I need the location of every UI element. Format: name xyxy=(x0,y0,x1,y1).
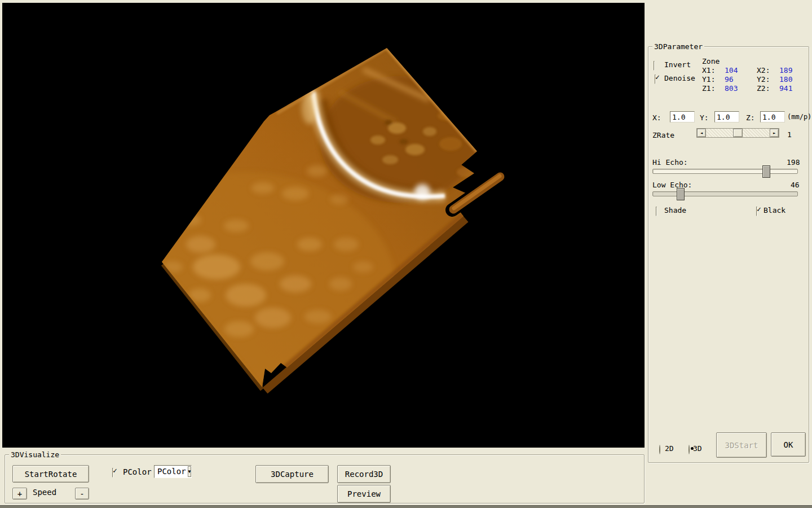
zone-x1-label: X1: xyxy=(702,66,715,75)
denoise-label: Denoise xyxy=(664,75,695,82)
hi-echo-slider-thumb[interactable] xyxy=(762,165,770,178)
scale-z-input[interactable] xyxy=(760,111,785,122)
zone-x2-label: X2: xyxy=(757,66,770,75)
hi-echo-value: 198 xyxy=(787,158,800,167)
scale-x-input[interactable] xyxy=(670,111,695,122)
zrate-scroll-left-button[interactable]: ◄ xyxy=(697,129,706,137)
low-echo-label: Low Echo: xyxy=(652,181,692,189)
black-label: Black xyxy=(764,207,785,214)
zone-y2-value: 180 xyxy=(779,75,792,84)
zone-z1-value: 803 xyxy=(725,84,738,93)
pcolor-dropdown-button[interactable]: ▼ xyxy=(188,466,192,477)
scale-y-label: Y: xyxy=(700,113,709,122)
render-viewport[interactable] xyxy=(2,3,645,448)
mode-2d-radio[interactable] xyxy=(659,445,660,454)
chevron-down-icon: ▼ xyxy=(188,469,191,474)
record3d-button[interactable]: Record3D xyxy=(337,465,391,483)
scale-y-input[interactable] xyxy=(714,111,739,122)
zone-x2-value: 189 xyxy=(779,66,792,75)
parameter-groupbox: 3DParameter Invert Denoise Zone X1: 104 … xyxy=(648,46,809,463)
scale-z-label: Z: xyxy=(746,113,755,122)
shade-label: Shade xyxy=(664,207,686,214)
pcolor-dropdown[interactable]: PColor ▼ xyxy=(154,465,192,478)
zone-x1-value: 104 xyxy=(725,66,738,75)
hi-echo-label: Hi Echo: xyxy=(652,158,688,167)
pcolor-checkbox[interactable] xyxy=(112,468,113,478)
parameter-groupbox-title: 3DParameter xyxy=(652,42,704,51)
low-echo-slider-thumb[interactable] xyxy=(677,188,685,200)
arrow-right-icon: ► xyxy=(773,131,775,135)
zrate-scrollbar-thumb[interactable] xyxy=(733,129,743,137)
speed-label: Speed xyxy=(33,488,56,496)
zrate-value: 1 xyxy=(787,130,792,139)
zone-y2-label: Y2: xyxy=(757,75,770,84)
zone-title: Zone xyxy=(702,57,720,65)
zone-z1-label: Z1: xyxy=(702,84,715,93)
invert-label: Invert xyxy=(664,61,691,69)
scale-x-label: X: xyxy=(652,113,661,122)
visualize-groupbox-title: 3DVisualize xyxy=(9,450,61,459)
scale-unit-label: (mm/p) xyxy=(787,113,811,121)
mode-2d-label: 2D xyxy=(665,445,674,453)
zone-z2-value: 941 xyxy=(779,84,792,93)
invert-checkbox[interactable] xyxy=(654,61,655,71)
3dcapture-button[interactable]: 3DCapture xyxy=(255,465,329,483)
speed-plus-button[interactable]: + xyxy=(12,488,27,500)
pcolor-dropdown-value: PColor xyxy=(155,466,187,478)
shade-checkbox[interactable] xyxy=(656,207,657,216)
zrate-label: ZRate xyxy=(652,131,674,139)
denoise-checkbox[interactable] xyxy=(655,75,656,84)
visualize-groupbox: 3DVisualize StartRotate PColor PColor ▼ … xyxy=(5,454,645,503)
low-echo-value: 46 xyxy=(791,181,800,189)
mode-3d-radio[interactable] xyxy=(689,445,690,454)
mode-3d-label: 3D xyxy=(693,445,702,453)
zrate-scrollbar[interactable]: ◄ ► xyxy=(696,128,779,138)
black-checkbox[interactable] xyxy=(756,207,757,216)
speed-minus-button[interactable]: - xyxy=(75,488,89,500)
zone-y1-label: Y1: xyxy=(702,75,715,84)
low-echo-slider-track[interactable] xyxy=(652,191,798,196)
zone-y1-value: 96 xyxy=(725,75,734,84)
ok-button[interactable]: OK xyxy=(771,432,806,457)
3dstart-button[interactable]: 3DStart xyxy=(716,432,767,458)
start-rotate-button[interactable]: StartRotate xyxy=(12,465,89,483)
ultrasound-volume-render xyxy=(2,3,645,448)
zone-z2-label: Z2: xyxy=(757,84,770,93)
zrate-scroll-right-button[interactable]: ► xyxy=(770,129,779,137)
arrow-left-icon: ◄ xyxy=(700,131,703,135)
preview-button[interactable]: Preview xyxy=(337,485,391,503)
window-bottom-edge xyxy=(0,505,812,508)
pcolor-label: PColor xyxy=(123,468,152,476)
hi-echo-slider-track[interactable] xyxy=(652,169,798,174)
